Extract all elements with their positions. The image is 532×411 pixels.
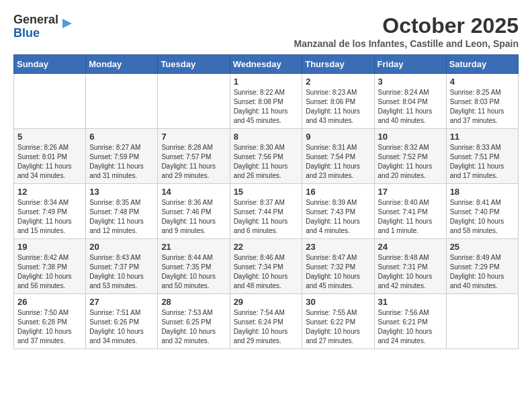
weekday-header-friday: Friday <box>374 55 446 74</box>
day-number: 29 <box>234 297 299 307</box>
day-number: 25 <box>450 242 515 252</box>
day-number: 5 <box>17 132 82 142</box>
calendar-week-row: 19Sunrise: 8:42 AM Sunset: 7:38 PM Dayli… <box>14 239 519 294</box>
day-info: Sunrise: 8:33 AM Sunset: 7:51 PM Dayligh… <box>450 143 515 181</box>
calendar-cell: 24Sunrise: 8:48 AM Sunset: 7:31 PM Dayli… <box>374 239 446 294</box>
logo-general: General <box>13 13 58 26</box>
day-info: Sunrise: 8:39 AM Sunset: 7:43 PM Dayligh… <box>306 198 370 236</box>
logo-blue: Blue <box>13 26 40 40</box>
calendar-cell: 30Sunrise: 7:55 AM Sunset: 6:22 PM Dayli… <box>302 294 374 349</box>
day-info: Sunrise: 8:23 AM Sunset: 8:06 PM Dayligh… <box>306 88 370 126</box>
day-info: Sunrise: 7:56 AM Sunset: 6:21 PM Dayligh… <box>378 308 443 346</box>
day-number: 1 <box>234 77 299 87</box>
weekday-header-wednesday: Wednesday <box>230 55 302 74</box>
calendar-week-row: 26Sunrise: 7:50 AM Sunset: 6:28 PM Dayli… <box>14 294 519 349</box>
day-number: 30 <box>306 297 370 307</box>
calendar-cell: 9Sunrise: 8:31 AM Sunset: 7:54 PM Daylig… <box>302 129 374 184</box>
calendar-cell: 8Sunrise: 8:30 AM Sunset: 7:56 PM Daylig… <box>230 129 302 184</box>
day-number: 31 <box>378 297 443 307</box>
weekday-header-saturday: Saturday <box>446 55 518 74</box>
logo-arrow-icon <box>60 16 75 31</box>
day-number: 7 <box>161 132 226 142</box>
weekday-header-sunday: Sunday <box>14 55 86 74</box>
day-number: 27 <box>89 297 154 307</box>
day-info: Sunrise: 8:25 AM Sunset: 8:03 PM Dayligh… <box>450 88 515 126</box>
day-number: 17 <box>378 187 443 197</box>
calendar-cell: 25Sunrise: 8:49 AM Sunset: 7:29 PM Dayli… <box>446 239 518 294</box>
day-info: Sunrise: 8:40 AM Sunset: 7:41 PM Dayligh… <box>378 198 443 236</box>
day-info: Sunrise: 8:44 AM Sunset: 7:35 PM Dayligh… <box>161 253 226 291</box>
calendar-cell: 1Sunrise: 8:22 AM Sunset: 8:08 PM Daylig… <box>230 74 302 129</box>
day-number: 3 <box>378 77 443 87</box>
calendar-cell: 26Sunrise: 7:50 AM Sunset: 6:28 PM Dayli… <box>14 294 86 349</box>
day-number: 24 <box>378 242 443 252</box>
day-info: Sunrise: 8:28 AM Sunset: 7:57 PM Dayligh… <box>161 143 226 181</box>
calendar-week-row: 5Sunrise: 8:26 AM Sunset: 8:01 PM Daylig… <box>14 129 519 184</box>
day-info: Sunrise: 8:47 AM Sunset: 7:32 PM Dayligh… <box>306 253 370 291</box>
day-info: Sunrise: 8:24 AM Sunset: 8:04 PM Dayligh… <box>378 88 443 126</box>
calendar-cell <box>158 74 230 129</box>
day-info: Sunrise: 8:26 AM Sunset: 8:01 PM Dayligh… <box>17 143 82 181</box>
calendar-cell: 31Sunrise: 7:56 AM Sunset: 6:21 PM Dayli… <box>374 294 446 349</box>
day-info: Sunrise: 8:35 AM Sunset: 7:48 PM Dayligh… <box>89 198 154 236</box>
day-number: 6 <box>89 132 154 142</box>
logo-text: General Blue <box>13 13 58 40</box>
weekday-header-tuesday: Tuesday <box>158 55 230 74</box>
calendar-cell: 10Sunrise: 8:32 AM Sunset: 7:52 PM Dayli… <box>374 129 446 184</box>
calendar-cell <box>86 74 158 129</box>
weekday-header-monday: Monday <box>86 55 158 74</box>
day-info: Sunrise: 8:43 AM Sunset: 7:37 PM Dayligh… <box>89 253 154 291</box>
day-number: 22 <box>234 242 299 252</box>
day-number: 28 <box>161 297 226 307</box>
day-number: 11 <box>450 132 515 142</box>
day-number: 13 <box>89 187 154 197</box>
day-info: Sunrise: 8:42 AM Sunset: 7:38 PM Dayligh… <box>17 253 82 291</box>
day-info: Sunrise: 8:48 AM Sunset: 7:31 PM Dayligh… <box>378 253 443 291</box>
title-area: October 2025 Manzanal de los Infantes, C… <box>294 13 519 49</box>
day-number: 4 <box>450 77 515 87</box>
calendar-cell: 12Sunrise: 8:34 AM Sunset: 7:49 PM Dayli… <box>14 184 86 239</box>
calendar-cell: 29Sunrise: 7:54 AM Sunset: 6:24 PM Dayli… <box>230 294 302 349</box>
calendar-cell <box>14 74 86 129</box>
svg-marker-0 <box>62 19 72 28</box>
day-info: Sunrise: 7:54 AM Sunset: 6:24 PM Dayligh… <box>234 308 299 346</box>
day-number: 16 <box>306 187 370 197</box>
calendar-cell: 4Sunrise: 8:25 AM Sunset: 8:03 PM Daylig… <box>446 74 518 129</box>
day-info: Sunrise: 8:36 AM Sunset: 7:46 PM Dayligh… <box>161 198 226 236</box>
calendar-cell <box>446 294 518 349</box>
calendar-cell: 23Sunrise: 8:47 AM Sunset: 7:32 PM Dayli… <box>302 239 374 294</box>
calendar-cell: 20Sunrise: 8:43 AM Sunset: 7:37 PM Dayli… <box>86 239 158 294</box>
day-info: Sunrise: 8:41 AM Sunset: 7:40 PM Dayligh… <box>450 198 515 236</box>
calendar-cell: 17Sunrise: 8:40 AM Sunset: 7:41 PM Dayli… <box>374 184 446 239</box>
day-number: 9 <box>306 132 370 142</box>
day-info: Sunrise: 8:46 AM Sunset: 7:34 PM Dayligh… <box>234 253 299 291</box>
day-info: Sunrise: 8:27 AM Sunset: 7:59 PM Dayligh… <box>89 143 154 181</box>
calendar-cell: 14Sunrise: 8:36 AM Sunset: 7:46 PM Dayli… <box>158 184 230 239</box>
calendar-cell: 27Sunrise: 7:51 AM Sunset: 6:26 PM Dayli… <box>86 294 158 349</box>
day-number: 14 <box>161 187 226 197</box>
calendar-cell: 19Sunrise: 8:42 AM Sunset: 7:38 PM Dayli… <box>14 239 86 294</box>
day-number: 26 <box>17 297 82 307</box>
weekday-header-thursday: Thursday <box>302 55 374 74</box>
day-info: Sunrise: 7:53 AM Sunset: 6:25 PM Dayligh… <box>161 308 226 346</box>
day-info: Sunrise: 8:31 AM Sunset: 7:54 PM Dayligh… <box>306 143 370 181</box>
calendar-cell: 6Sunrise: 8:27 AM Sunset: 7:59 PM Daylig… <box>86 129 158 184</box>
day-info: Sunrise: 7:55 AM Sunset: 6:22 PM Dayligh… <box>306 308 370 346</box>
day-info: Sunrise: 8:37 AM Sunset: 7:44 PM Dayligh… <box>234 198 299 236</box>
calendar-week-row: 1Sunrise: 8:22 AM Sunset: 8:08 PM Daylig… <box>14 74 519 129</box>
day-info: Sunrise: 7:50 AM Sunset: 6:28 PM Dayligh… <box>17 308 82 346</box>
calendar-cell: 18Sunrise: 8:41 AM Sunset: 7:40 PM Dayli… <box>446 184 518 239</box>
day-number: 19 <box>17 242 82 252</box>
logo: General Blue <box>13 13 75 40</box>
day-number: 20 <box>89 242 154 252</box>
calendar-cell: 2Sunrise: 8:23 AM Sunset: 8:06 PM Daylig… <box>302 74 374 129</box>
calendar-table: SundayMondayTuesdayWednesdayThursdayFrid… <box>13 54 519 349</box>
calendar-cell: 13Sunrise: 8:35 AM Sunset: 7:48 PM Dayli… <box>86 184 158 239</box>
calendar-cell: 22Sunrise: 8:46 AM Sunset: 7:34 PM Dayli… <box>230 239 302 294</box>
day-number: 21 <box>161 242 226 252</box>
day-info: Sunrise: 8:34 AM Sunset: 7:49 PM Dayligh… <box>17 198 82 236</box>
day-info: Sunrise: 8:49 AM Sunset: 7:29 PM Dayligh… <box>450 253 515 291</box>
calendar-cell: 21Sunrise: 8:44 AM Sunset: 7:35 PM Dayli… <box>158 239 230 294</box>
day-number: 10 <box>378 132 443 142</box>
calendar-week-row: 12Sunrise: 8:34 AM Sunset: 7:49 PM Dayli… <box>14 184 519 239</box>
